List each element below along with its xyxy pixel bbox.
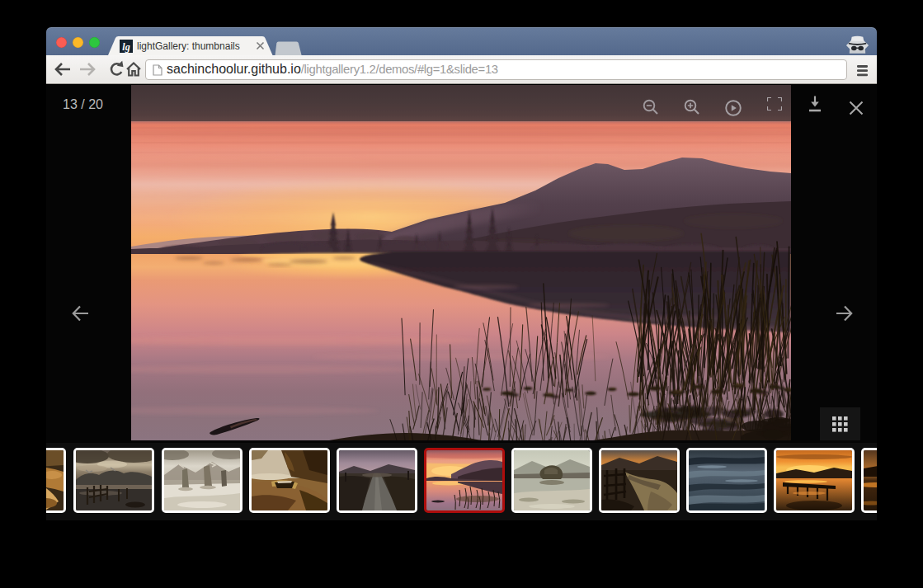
svg-text:lg: lg <box>122 41 130 53</box>
